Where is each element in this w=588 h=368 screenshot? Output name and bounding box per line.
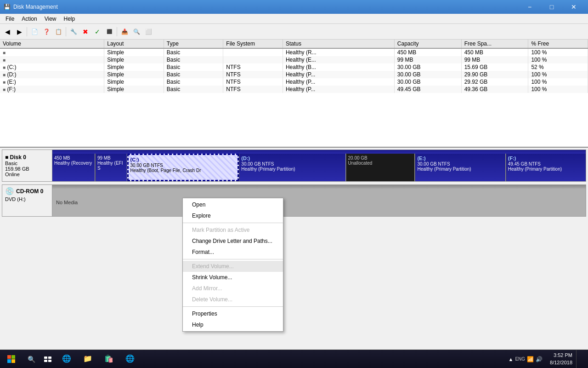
- ctx-item-10[interactable]: Help: [183, 319, 283, 330]
- ctx-sep-8: [183, 306, 283, 307]
- vol-name: ■ (C:): [0, 63, 104, 71]
- volume-row-2[interactable]: ■ (C:) Simple Basic NTFS Healthy (B... 3…: [0, 63, 588, 71]
- ctx-item-7: Add Mirror...: [183, 283, 283, 294]
- col-type[interactable]: Type: [164, 40, 223, 48]
- cdrom0-status: No Media: [56, 200, 78, 205]
- col-layout[interactable]: Layout: [104, 40, 164, 48]
- cdrom0-label: 💿 CD-ROM 0 DVD (H:): [2, 184, 52, 217]
- disk0-partitions: 450 MB Healthy (Recovery 99 MB Healthy (…: [52, 154, 586, 181]
- ctx-item-4[interactable]: Format...: [183, 247, 283, 258]
- format-button[interactable]: ⬛: [104, 26, 115, 37]
- taskbar-network[interactable]: 🌐: [119, 350, 141, 368]
- search-taskbar[interactable]: 🔍: [23, 350, 40, 368]
- ctx-item-9[interactable]: Properties: [183, 308, 283, 319]
- vol-free: 49.36 GB: [461, 86, 528, 93]
- partition-c[interactable]: (C:) 30.00 GB NTFS Healthy (Boot, Page F…: [127, 154, 239, 181]
- ctx-item-0[interactable]: Open: [183, 199, 283, 210]
- show-desktop-button[interactable]: [576, 350, 588, 368]
- partition-d[interactable]: (D:) 30.00 GB NTFS Healthy (Primary Part…: [239, 154, 345, 181]
- disk0-type: Basic: [5, 161, 49, 166]
- ctx-item-3[interactable]: Change Drive Letter and Paths...: [183, 236, 283, 247]
- col-freespace[interactable]: Free Spa...: [461, 40, 528, 48]
- vol-layout: Simple: [104, 78, 164, 86]
- check-button[interactable]: ✓: [92, 26, 103, 37]
- search-button[interactable]: 🔍: [131, 26, 142, 37]
- close-button[interactable]: ✕: [563, 0, 584, 14]
- menu-help[interactable]: Help: [60, 15, 79, 23]
- properties-button[interactable]: 📄: [29, 26, 40, 37]
- col-filesystem[interactable]: File System: [223, 40, 283, 48]
- vol-status: Healthy (P...: [283, 78, 394, 86]
- help-toolbar-button[interactable]: ❓: [41, 26, 52, 37]
- main-content: Volume Layout Type File System Status Ca…: [0, 40, 588, 368]
- maximize-button[interactable]: □: [541, 0, 562, 14]
- toolbar-sep-2: [66, 27, 66, 36]
- vol-free: 15.69 GB: [461, 63, 528, 71]
- menu-action[interactable]: Action: [18, 15, 40, 23]
- ctx-item-6[interactable]: Shrink Volume...: [183, 272, 283, 283]
- vol-pct: 52 %: [528, 63, 588, 71]
- ctx-item-2: Mark Partition as Active: [183, 224, 283, 236]
- volume-row-3[interactable]: ■ (D:) Simple Basic NTFS Healthy (P... 3…: [0, 71, 588, 78]
- vol-layout: Simple: [104, 48, 164, 56]
- partition-e[interactable]: (E:) 30.00 GB NTFS Healthy (Primary Part…: [415, 154, 505, 181]
- start-button[interactable]: [0, 350, 23, 368]
- taskbar-store[interactable]: 🛍️: [98, 350, 119, 368]
- vol-status: Healthy (P...: [283, 71, 394, 78]
- disk0-size: 159.98 GB: [5, 166, 49, 172]
- vol-layout: Simple: [104, 86, 164, 93]
- settings-button[interactable]: 🔧: [68, 26, 79, 37]
- vol-free: 29.90 GB: [461, 71, 528, 78]
- taskbar-time: 3:52 PM: [550, 352, 572, 359]
- refresh-button[interactable]: 📋: [53, 26, 64, 37]
- back-button[interactable]: ◀: [2, 26, 13, 37]
- taskbar-date: 8/12/2018: [550, 359, 572, 366]
- toolbar: ◀ ▶ 📄 ❓ 📋 🔧 ✖ ✓ ⬛ 📥 🔍 ⬜: [0, 24, 588, 40]
- volume-row-1[interactable]: ■ Simple Basic Healthy (E... 99 MB 99 MB…: [0, 56, 588, 63]
- vol-pct: 100 %: [528, 78, 588, 86]
- taskbar-clock[interactable]: 3:52 PM 8/12/2018: [546, 352, 576, 366]
- partition-unallocated[interactable]: 20.00 GB Unallocated: [346, 154, 415, 181]
- delete-button[interactable]: ✖: [80, 26, 91, 37]
- vol-name: ■: [0, 48, 104, 56]
- volume-list: Volume Layout Type File System Status Ca…: [0, 40, 588, 148]
- vol-status: Healthy (R...: [283, 48, 394, 56]
- volume-row-5[interactable]: ■ (F:) Simple Basic NTFS Healthy (P... 4…: [0, 86, 588, 93]
- tray-keyboard: ENG: [515, 356, 525, 362]
- svg-rect-3: [11, 359, 15, 363]
- minimize-button[interactable]: −: [519, 0, 540, 14]
- partition-f[interactable]: (F:) 49.45 GB NTFS Healthy (Primary Part…: [506, 154, 586, 181]
- taskbar-ie[interactable]: 🌐: [56, 350, 77, 368]
- volume-row-0[interactable]: ■ Simple Basic Healthy (R... 450 MB 450 …: [0, 48, 588, 56]
- task-view-button[interactable]: [40, 350, 56, 368]
- volume-row-4[interactable]: ■ (E:) Simple Basic NTFS Healthy (P... 3…: [0, 78, 588, 86]
- import-button[interactable]: 📥: [119, 26, 130, 37]
- taskbar-tray: ▲ ENG 📶 🔊: [505, 356, 547, 362]
- tray-icons[interactable]: ▲: [509, 356, 514, 362]
- forward-button[interactable]: ▶: [14, 26, 25, 37]
- vol-capacity: 99 MB: [394, 56, 461, 63]
- col-volume[interactable]: Volume: [0, 40, 104, 48]
- ctx-item-1[interactable]: Explore: [183, 210, 283, 221]
- taskbar-explorer[interactable]: 📁: [77, 350, 98, 368]
- ctx-sep-1: [183, 223, 283, 223]
- vol-capacity: 450 MB: [394, 48, 461, 56]
- svg-rect-4: [44, 356, 47, 359]
- vol-capacity: 30.00 GB: [394, 78, 461, 86]
- vol-name: ■: [0, 56, 104, 63]
- vol-pct: 100 %: [528, 71, 588, 78]
- partition-efi[interactable]: 99 MB Healthy (EFI S: [95, 154, 127, 181]
- col-pctfree[interactable]: % Free: [528, 40, 588, 48]
- tray-network[interactable]: 📶: [527, 356, 534, 362]
- col-status[interactable]: Status: [283, 40, 394, 48]
- menu-file[interactable]: File: [2, 15, 18, 23]
- vol-free: 29.92 GB: [461, 78, 528, 86]
- tray-volume[interactable]: 🔊: [536, 356, 543, 362]
- menu-view[interactable]: View: [41, 15, 60, 23]
- col-capacity[interactable]: Capacity: [394, 40, 461, 48]
- partition-recovery[interactable]: 450 MB Healthy (Recovery: [52, 154, 95, 181]
- view-toggle-button[interactable]: ⬜: [143, 26, 154, 37]
- disk0-name: ■ Disk 0: [5, 154, 49, 161]
- vol-layout: Simple: [104, 56, 164, 63]
- title-bar: 💾 Disk Management − □ ✕: [0, 0, 588, 14]
